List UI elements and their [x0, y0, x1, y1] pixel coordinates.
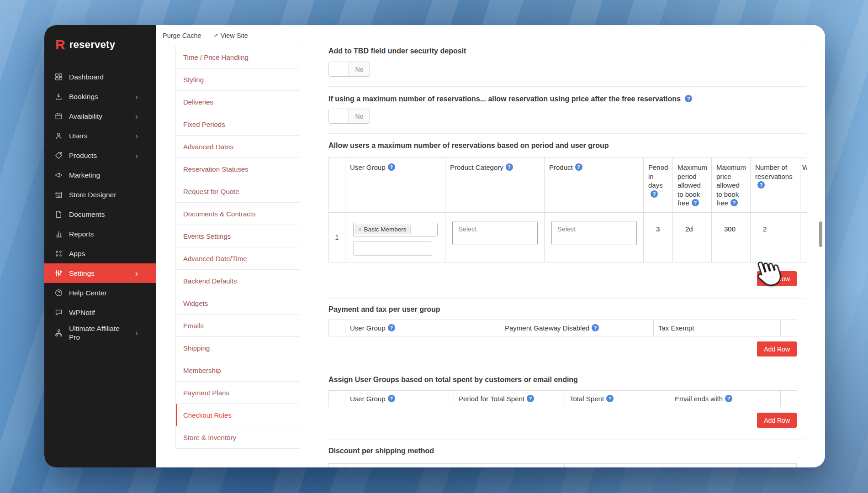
help-icon[interactable]: ? [685, 95, 692, 102]
help-icon[interactable]: ? [506, 163, 513, 171]
settings-menu-item-advanced-dates[interactable]: Advanced Dates [176, 136, 300, 158]
settings-menu-item-store-inventory[interactable]: Store & Inventory [176, 426, 300, 449]
settings-submenu: Time / Price HandlingStylingDeliveriesFi… [175, 46, 300, 449]
period-in-days-input[interactable]: 3 [644, 213, 673, 262]
sidebar-item-reports[interactable]: Reports [44, 224, 156, 244]
help-icon[interactable]: ? [725, 395, 732, 402]
tag-icon [54, 151, 63, 160]
chip-remove-icon[interactable]: × [358, 226, 362, 233]
discount-shipping-table [328, 463, 797, 467]
sidebar-item-users[interactable]: Users› [44, 126, 156, 146]
sliders-icon [54, 269, 63, 278]
settings-menu-item-reservation-statuses[interactable]: Reservation Statuses [176, 158, 300, 180]
max-reservations-header-user-group: User Group? [345, 157, 445, 213]
toggle-knob [329, 62, 349, 76]
settings-menu-item-time-price-handling[interactable]: Time / Price Handling [176, 46, 300, 68]
settings-menu-item-fixed-periods[interactable]: Fixed Periods [176, 113, 300, 136]
sidebar-item-apps[interactable]: Apps [44, 244, 156, 263]
column-header-label: Period for Total Spent [459, 395, 524, 403]
settings-menu-item-styling[interactable]: Styling [176, 68, 300, 91]
settings-menu-item-events-settings[interactable]: Events Settings [176, 225, 300, 247]
toggle-knob [329, 109, 349, 123]
sidebar-item-products[interactable]: Products› [44, 146, 156, 165]
help-icon[interactable]: ? [606, 395, 614, 402]
free-reservations-toggle[interactable]: No [328, 109, 370, 124]
settings-menu-item-backend-defaults[interactable]: Backend Defaults [176, 270, 300, 292]
button-row: Add Row [328, 413, 797, 428]
network-icon [54, 329, 63, 337]
sidebar-item-label: Bookings [69, 92, 129, 101]
scrollbar-thumb[interactable] [819, 221, 822, 247]
help-icon[interactable]: ? [388, 163, 395, 171]
sidebar-item-help-center[interactable]: Help Center [44, 283, 156, 303]
add-row-button-assign-groups[interactable]: Add Row [757, 413, 797, 428]
product-category-select[interactable]: Select [452, 221, 538, 245]
add-row-button-payment-tax[interactable]: Add Row [757, 341, 797, 357]
table-cell [565, 464, 796, 467]
megaphone-icon [54, 171, 63, 179]
settings-menu-item-widgets[interactable]: Widgets [176, 292, 300, 315]
main-content: Add to TBD field under security deposit … [328, 46, 808, 467]
settings-menu-item-request-for-quote[interactable]: Request for Quote [176, 180, 300, 203]
product-select[interactable]: Select [551, 221, 637, 245]
settings-menu-item-membership[interactable]: Membership [176, 359, 300, 382]
desktop-background: R reservety DashboardBookings›Availabili… [0, 0, 868, 493]
help-icon[interactable]: ? [592, 324, 599, 331]
settings-menu-item-deliveries[interactable]: Deliveries [176, 91, 300, 113]
settings-menu-item-documents-contracts[interactable]: Documents & Contracts [176, 203, 300, 225]
button-row: Add Row [328, 341, 797, 357]
settings-menu-item-label: Reservation Statuses [183, 165, 249, 173]
purge-cache-link[interactable]: Purge Cache [163, 32, 201, 39]
help-icon[interactable]: ? [757, 181, 765, 189]
settings-menu-item-label: Emails [183, 322, 204, 330]
sidebar-item-documents[interactable]: Documents [44, 205, 156, 224]
user-group-chip[interactable]: × Basic Members [355, 225, 411, 234]
sidebar-item-dashboard[interactable]: Dashboard [44, 67, 156, 87]
help-icon[interactable]: ? [651, 190, 658, 198]
sidebar-item-settings[interactable]: Settings› [44, 263, 156, 283]
sidebar-item-wpnotif[interactable]: WPNotif [44, 303, 156, 322]
help-icon[interactable]: ? [388, 324, 395, 331]
sidebar-item-ultimate-affiliate-pro[interactable]: Ultimate Affiliate Pro› [44, 322, 156, 344]
chevron-right-icon: › [135, 132, 138, 140]
column-header-label: Period in days [648, 163, 668, 189]
sidebar-nav: DashboardBookings›Availability›Users›Pro… [44, 63, 156, 344]
payment-tax-header-col-4 [781, 320, 797, 336]
sidebar-item-availability[interactable]: Availability› [44, 106, 156, 126]
divider [328, 440, 806, 440]
max-price-free-input[interactable]: 300 [712, 213, 751, 262]
settings-menu-item-advanced-date-time[interactable]: Advanced Date/Time [176, 247, 300, 270]
settings-menu-item-payment-plans[interactable]: Payment Plans [176, 382, 300, 404]
max-reservations-table: User Group?Product Category?Product?Peri… [328, 157, 807, 262]
help-icon[interactable]: ? [388, 395, 395, 402]
settings-menu-item-checkout-rules[interactable]: Checkout Rules [176, 404, 300, 426]
settings-menu-item-label: Widgets [183, 299, 208, 307]
settings-menu-item-label: Advanced Date/Time [183, 255, 247, 262]
view-site-link[interactable]: ↗ View Site [213, 32, 248, 39]
external-link-icon: ↗ [213, 32, 218, 39]
settings-menu-item-emails[interactable]: Emails [176, 315, 300, 337]
max-period-free-input[interactable]: 2d [673, 213, 712, 262]
user-group-search-input[interactable] [353, 241, 432, 256]
app-logo[interactable]: R reservety [44, 25, 156, 63]
help-icon[interactable]: ? [692, 199, 699, 206]
sidebar-item-bookings[interactable]: Bookings› [44, 87, 156, 106]
help-icon[interactable]: ? [730, 199, 738, 206]
security-deposit-toggle[interactable]: No [328, 62, 370, 77]
settings-menu-item-label: Deliveries [183, 98, 213, 106]
help-icon[interactable]: ? [575, 163, 582, 171]
sidebar: R reservety DashboardBookings›Availabili… [44, 25, 156, 467]
toggle-value-label: No [349, 66, 370, 73]
payment-tax-header-user-group: User Group? [345, 320, 500, 336]
sidebar-item-store-designer[interactable]: Store Designer [44, 185, 156, 205]
user-group-multiselect[interactable]: × Basic Members [353, 223, 438, 236]
divider [328, 133, 806, 134]
column-header-label: User Group [350, 163, 386, 171]
sidebar-item-marketing[interactable]: Marketing [44, 165, 156, 185]
sidebar-item-label: Users [69, 131, 129, 140]
settings-menu-item-shipping[interactable]: Shipping [176, 337, 300, 359]
sidebar-item-label: Apps [69, 249, 129, 258]
help-icon[interactable]: ? [527, 395, 534, 402]
chevron-right-icon: › [135, 93, 138, 101]
chevron-right-icon: › [135, 152, 138, 160]
